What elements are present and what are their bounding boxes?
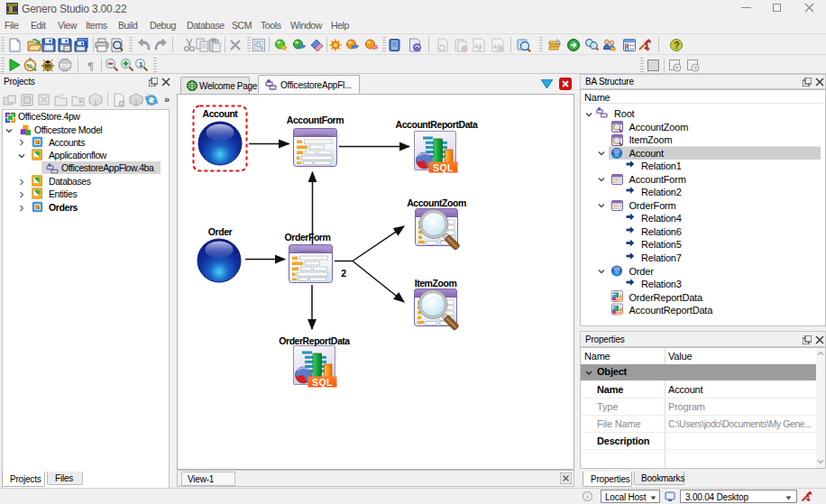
svg-text:Order: Order <box>629 266 655 277</box>
svg-text:AccountForm: AccountForm <box>629 174 686 185</box>
svg-text:ItemZoom: ItemZoom <box>629 134 673 145</box>
svg-text:¶: ¶ <box>87 59 94 72</box>
svg-text:ItemZoom: ItemZoom <box>415 278 457 289</box>
svg-text:AccountForm: AccountForm <box>287 115 344 125</box>
svg-text:Relation1: Relation1 <box>641 160 682 171</box>
svg-text:Relation3: Relation3 <box>641 279 682 289</box>
svg-text:STOP: STOP <box>60 64 71 69</box>
svg-text:?: ? <box>674 40 679 50</box>
svg-text:2: 2 <box>341 268 346 279</box>
svg-text:Relation5: Relation5 <box>641 239 682 250</box>
svg-text:Relation6: Relation6 <box>641 226 682 237</box>
svg-text:%: % <box>26 62 32 70</box>
svg-text:Order: Order <box>208 226 233 237</box>
svg-text:Root: Root <box>614 108 635 119</box>
svg-text:AccountReportData: AccountReportData <box>629 305 714 316</box>
svg-text:4gl: 4gl <box>474 43 482 50</box>
svg-text:Relation4: Relation4 <box>641 213 682 224</box>
svg-text:AccountZoom: AccountZoom <box>629 122 689 133</box>
svg-text:Relation7: Relation7 <box>641 252 682 263</box>
svg-text:Account: Account <box>203 108 239 119</box>
svg-text:OrderReportData: OrderReportData <box>279 335 350 346</box>
svg-text:AccountZoom: AccountZoom <box>407 197 466 208</box>
svg-text:OrderForm: OrderForm <box>629 200 676 211</box>
svg-text:Account: Account <box>629 148 664 159</box>
svg-text:AccountReportData: AccountReportData <box>396 119 479 130</box>
svg-text:OrderForm: OrderForm <box>285 232 331 243</box>
svg-text:OrderReportData: OrderReportData <box>629 292 703 303</box>
svg-text:Relation2: Relation2 <box>641 187 682 197</box>
